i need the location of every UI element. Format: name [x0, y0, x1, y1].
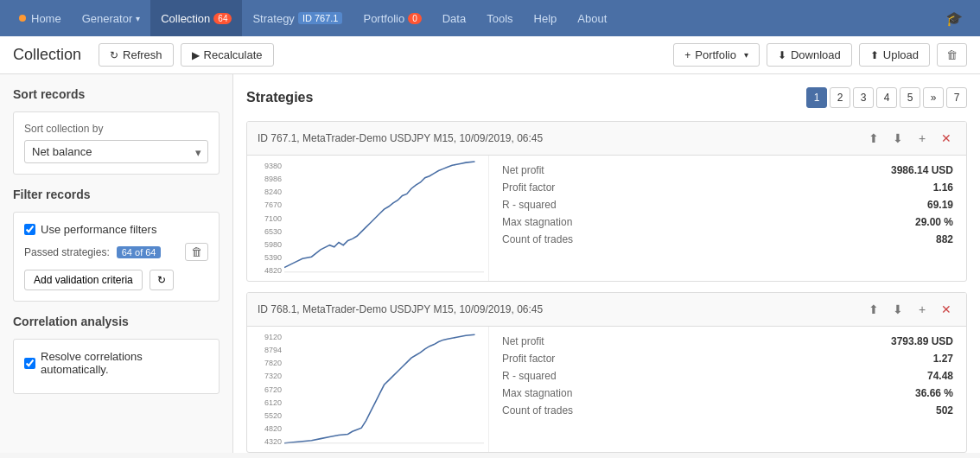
- page-btn-1[interactable]: 1: [806, 87, 827, 108]
- page-btn-2[interactable]: 2: [830, 87, 850, 108]
- nav-home[interactable]: Home: [9, 0, 72, 36]
- max-stagnation-value-1: 29.00 %: [736, 216, 953, 228]
- home-dot-icon: [19, 15, 26, 22]
- r-squared-label-2: R - squared: [502, 370, 719, 382]
- nav-generator[interactable]: Generator ▾: [72, 0, 151, 36]
- download-button[interactable]: ⬇ Download: [767, 43, 852, 67]
- nav-about-label: About: [577, 12, 607, 25]
- nav-data[interactable]: Data: [432, 0, 476, 36]
- strategy-card-1-header: ID 767.1, MetaTrader-Demo USDJPY M15, 10…: [247, 122, 966, 156]
- play-icon: ▶: [192, 49, 200, 61]
- page-btn-next[interactable]: »: [923, 87, 944, 108]
- recalculate-button[interactable]: ▶ Recalculate: [181, 43, 274, 67]
- strategy-card-1-actions: ⬆ ⬇ + ✕: [864, 129, 956, 148]
- sort-select[interactable]: Net balance Net profit Profit factor R-s…: [24, 140, 208, 163]
- passed-strategies-label: Passed strategies:: [24, 246, 110, 258]
- refresh-icon: ↻: [110, 49, 118, 61]
- max-stagnation-label-2: Max stagnation: [502, 387, 719, 399]
- passed-delete-button[interactable]: 🗑: [185, 243, 208, 261]
- portfolio-badge: 0: [408, 13, 422, 24]
- use-performance-filters-checkbox[interactable]: [24, 224, 35, 235]
- net-profit-label-1: Net profit: [502, 164, 719, 176]
- chart-1-y-labels: 938089868240767071006530598053904820: [251, 160, 284, 277]
- r-squared-value-1: 69.19: [736, 199, 953, 211]
- right-panel: Strategies 1 2 3 4 5 » 7 ID 767.1, MetaT…: [233, 74, 980, 453]
- strategy-card-2-header: ID 768.1, MetaTrader-Demo USDJPY M15, 10…: [247, 293, 966, 327]
- top-navigation: Home Generator ▾ Collection 64 Strategy …: [0, 0, 980, 36]
- strategy-card-2-stats: Net profit 3793.89 USD Profit factor 1.2…: [489, 327, 966, 452]
- passed-strategies-badge: 64 of 64: [117, 246, 162, 258]
- strategy-card-2-actions: ⬆ ⬇ + ✕: [864, 300, 956, 319]
- resolve-correlations-checkbox[interactable]: [24, 358, 35, 369]
- page-btn-3[interactable]: 3: [853, 87, 874, 108]
- refresh-validation-button[interactable]: ↻: [150, 270, 174, 290]
- strategy-card-2-close[interactable]: ✕: [937, 300, 956, 319]
- strategy-card-1-close[interactable]: ✕: [937, 129, 956, 148]
- resolve-correlations-row: Resolve correlations automatically.: [24, 350, 208, 376]
- delete-button[interactable]: 🗑: [937, 43, 967, 67]
- strategies-title: Strategies: [246, 90, 806, 105]
- refresh-small-icon: ↻: [157, 274, 166, 286]
- profit-factor-label-1: Profit factor: [502, 181, 719, 194]
- page-btn-7[interactable]: 7: [946, 87, 967, 108]
- profit-factor-value-2: 1.27: [736, 353, 953, 365]
- strategy-card-2-add[interactable]: +: [913, 300, 932, 319]
- plus-icon: +: [684, 49, 690, 61]
- strategy-card-1-move-down[interactable]: ⬇: [888, 129, 907, 148]
- net-profit-value-1: 3986.14 USD: [736, 164, 953, 176]
- nav-generator-label: Generator: [82, 12, 133, 25]
- nav-strategy-label: Strategy: [252, 12, 294, 25]
- generator-arrow-icon: ▾: [136, 14, 140, 23]
- main-content: Sort records Sort collection by Net bala…: [0, 74, 980, 453]
- strategies-header: Strategies 1 2 3 4 5 » 7: [246, 87, 967, 108]
- profit-factor-value-1: 1.16: [736, 181, 953, 194]
- use-performance-filters-row: Use performance filters: [24, 223, 208, 236]
- strategy-id-badge: ID 767.1: [298, 12, 343, 24]
- max-stagnation-label-1: Max stagnation: [502, 216, 719, 228]
- sort-box: Sort collection by Net balance Net profi…: [13, 111, 220, 175]
- nav-tools[interactable]: Tools: [476, 0, 523, 36]
- portfolio-button[interactable]: + Portfolio ▾: [673, 43, 760, 67]
- filter-section-title: Filter records: [13, 188, 220, 201]
- nav-home-label: Home: [31, 12, 61, 25]
- pagination: 1 2 3 4 5 » 7: [806, 87, 967, 108]
- refresh-button[interactable]: ↻ Refresh: [99, 43, 174, 67]
- nav-collection-label: Collection: [161, 12, 210, 25]
- strategy-card-2-body: 912087947820732067206120552048204320 Net…: [247, 327, 966, 452]
- count-trades-value-2: 502: [736, 404, 953, 417]
- strategy-card-1-id: ID 767.1, MetaTrader-Demo USDJPY M15, 10…: [258, 132, 864, 144]
- nav-help[interactable]: Help: [524, 0, 568, 36]
- strategy-card-1-stats: Net profit 3986.14 USD Profit factor 1.1…: [489, 156, 966, 281]
- page-btn-5[interactable]: 5: [900, 87, 920, 108]
- portfolio-dropdown-icon: ▾: [744, 50, 748, 60]
- count-trades-value-1: 882: [736, 233, 953, 245]
- user-icon[interactable]: 🎓: [937, 10, 971, 27]
- net-profit-value-2: 3793.89 USD: [736, 335, 953, 347]
- page-title: Collection: [13, 46, 81, 64]
- filter-box: Use performance filters Passed strategie…: [13, 212, 220, 302]
- nav-portfolio[interactable]: Portfolio 0: [353, 0, 431, 36]
- passed-strategies-row: Passed strategies: 64 of 64 🗑: [24, 243, 208, 261]
- add-validation-button[interactable]: Add validation criteria: [24, 270, 143, 290]
- page-btn-4[interactable]: 4: [876, 87, 897, 108]
- main-toolbar: Collection ↻ Refresh ▶ Recalculate + Por…: [0, 36, 980, 74]
- r-squared-label-1: R - squared: [502, 199, 719, 211]
- sort-section-title: Sort records: [13, 87, 220, 101]
- correlation-section-title: Correlation analysis: [13, 315, 220, 328]
- nav-tools-label: Tools: [487, 12, 512, 25]
- strategy-card-1-add[interactable]: +: [913, 129, 932, 148]
- strategy-card-2-move-up[interactable]: ⬆: [864, 300, 883, 319]
- nav-about[interactable]: About: [567, 0, 617, 36]
- left-panel: Sort records Sort collection by Net bala…: [0, 74, 233, 453]
- chart-2-y-labels: 912087947820732067206120552048204320: [251, 331, 284, 448]
- nav-strategy[interactable]: Strategy ID 767.1: [242, 0, 353, 36]
- upload-button[interactable]: ⬆ Upload: [859, 43, 930, 67]
- delete-icon: 🗑: [191, 245, 202, 258]
- r-squared-value-2: 74.48: [736, 370, 953, 382]
- nav-collection[interactable]: Collection 64: [150, 0, 242, 36]
- count-trades-label-1: Count of trades: [502, 233, 719, 245]
- profit-factor-label-2: Profit factor: [502, 353, 719, 365]
- strategy-card-2-move-down[interactable]: ⬇: [888, 300, 907, 319]
- upload-icon: ⬆: [870, 49, 879, 61]
- strategy-card-1-move-up[interactable]: ⬆: [864, 129, 883, 148]
